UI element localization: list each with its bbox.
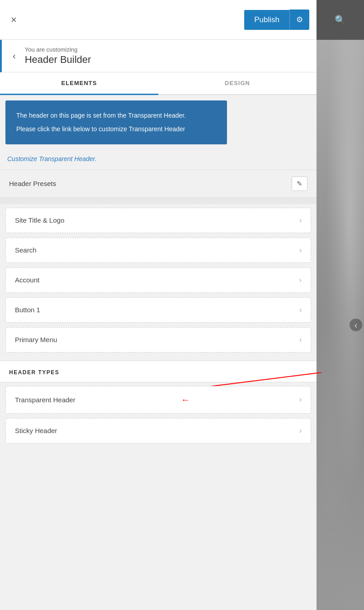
red-arrow-indicator: ← bbox=[181, 395, 190, 405]
header-types-title: HEADER TYPES bbox=[0, 361, 317, 382]
tab-elements[interactable]: ELEMENTS bbox=[0, 72, 158, 95]
gear-icon: ⚙ bbox=[296, 15, 303, 24]
chevron-right-icon: › bbox=[299, 396, 302, 404]
publish-button[interactable]: Publish bbox=[244, 10, 289, 30]
sidebar-item-account[interactable]: Account › bbox=[5, 267, 311, 293]
info-line2: Please click the link below to customize… bbox=[16, 124, 216, 134]
header-types-section: HEADER TYPES Transparent Header ← › Stic… bbox=[0, 361, 317, 447]
presets-label: Header Presets bbox=[9, 180, 56, 187]
publish-settings-button[interactable]: ⚙ bbox=[289, 10, 309, 30]
chevron-right-icon: › bbox=[299, 216, 302, 224]
tab-design[interactable]: DESIGN bbox=[158, 72, 317, 95]
top-bar: × Publish ⚙ bbox=[0, 0, 317, 40]
sidebar-item-primary-menu[interactable]: Primary Menu › bbox=[5, 327, 311, 353]
close-button[interactable]: × bbox=[7, 10, 20, 29]
preview-image: ‹ bbox=[317, 40, 364, 610]
chevron-right-icon: › bbox=[299, 427, 302, 435]
customizing-label: You are customizing bbox=[25, 46, 91, 53]
pencil-icon: ✎ bbox=[297, 180, 303, 187]
breadcrumb-text: You are customizing Header Builder bbox=[25, 46, 91, 66]
customize-transparent-header-link[interactable]: Customize Transparent Header. bbox=[0, 150, 317, 170]
section-divider bbox=[0, 198, 317, 204]
transparent-header-wrapper: Transparent Header ← › bbox=[5, 386, 311, 414]
left-panel: × Publish ⚙ ‹ You are customizing Header… bbox=[0, 0, 317, 610]
chevron-right-icon: › bbox=[299, 276, 302, 284]
prev-arrow-icon[interactable]: ‹ bbox=[350, 319, 362, 331]
chevron-right-icon: › bbox=[299, 246, 302, 254]
header-builder-title: Header Builder bbox=[25, 54, 91, 66]
sidebar-item-button1[interactable]: Button 1 › bbox=[5, 297, 311, 323]
info-box: The header on this page is set from the … bbox=[5, 100, 227, 144]
sidebar-item-transparent-header[interactable]: Transparent Header ← › bbox=[5, 386, 311, 414]
search-icon: 🔍 bbox=[335, 14, 346, 25]
preview-top-bar: 🔍 bbox=[317, 0, 364, 40]
sidebar-item-site-title-logo[interactable]: Site Title & Logo › bbox=[5, 208, 311, 233]
menu-items-section: Site Title & Logo › Search › Account › B… bbox=[0, 204, 317, 356]
info-line1: The header on this page is set from the … bbox=[16, 110, 216, 120]
breadcrumb-nav: ‹ You are customizing Header Builder bbox=[0, 40, 317, 72]
chevron-right-icon: › bbox=[299, 306, 302, 314]
presets-row: Header Presets ✎ bbox=[0, 170, 317, 198]
publish-area: Publish ⚙ bbox=[244, 10, 309, 30]
chevron-right-icon: › bbox=[299, 336, 302, 344]
tabs: ELEMENTS DESIGN bbox=[0, 72, 317, 95]
back-icon: ‹ bbox=[13, 51, 16, 61]
sidebar-item-search[interactable]: Search › bbox=[5, 238, 311, 263]
header-types-items: Transparent Header ← › Sticky Header › bbox=[0, 382, 317, 447]
back-button[interactable]: ‹ bbox=[9, 49, 19, 63]
right-panel: 🔍 ‹ bbox=[317, 0, 364, 610]
presets-edit-button[interactable]: ✎ bbox=[292, 176, 307, 191]
sidebar-item-sticky-header[interactable]: Sticky Header › bbox=[5, 418, 311, 443]
